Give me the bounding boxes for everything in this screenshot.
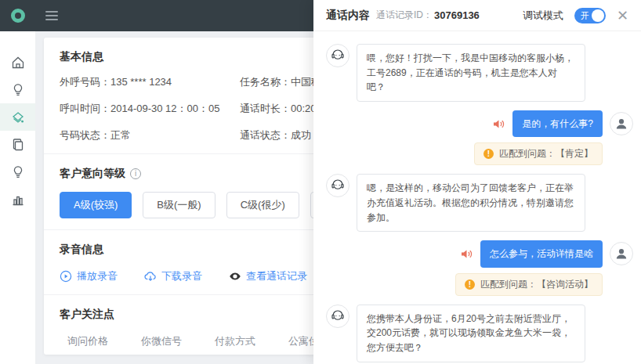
chat-message: 您携带本人身份证，6月20号之前去附近营业厅，交200元话费，就可以现场领取金龙… [326, 305, 633, 362]
menu-icon[interactable] [45, 11, 58, 20]
bot-avatar [326, 305, 349, 328]
toggle-on-text: 开 [581, 10, 589, 22]
concern-tag: 付款方式 [215, 334, 255, 348]
message-bubble: 您携带本人身份证，6月20号之前去附近营业厅，交200元话费，就可以现场领取金龙… [357, 305, 585, 362]
bar-chart-icon [11, 193, 25, 207]
outbound-call-icon [11, 110, 25, 124]
matched-question-text: 匹配到问题：【咨询活动】 [480, 278, 593, 291]
field-value: 成功 [291, 129, 311, 141]
home-icon [11, 56, 25, 70]
robot-icon [330, 308, 346, 324]
message-bubble: 嗯，是这样的，移动公司为了回馈老客户，正在举办充值返礼活动。根据您的积分情况，特… [357, 174, 585, 232]
alert-icon: ! [465, 279, 475, 290]
matched-question-badge: ! 匹配到问题：【肯定】 [474, 142, 603, 165]
concern-tag: 你微信号 [141, 334, 182, 348]
sidebar [0, 31, 36, 364]
chat-transcript: 喂，您好！打扰一下，我是中国移动的客服小杨，工号2689，正在通话的号码，机主是… [313, 31, 641, 364]
sidebar-item-records[interactable] [0, 131, 35, 158]
record-id-value: 30769136 [434, 9, 480, 21]
matched-question-text: 匹配到问题：【肯定】 [499, 147, 593, 160]
toggle-knob [592, 9, 604, 22]
copy-icon [11, 138, 25, 152]
debug-mode-label: 调试模式 [523, 9, 563, 23]
robot-icon [330, 178, 346, 193]
panel-title: 通话内容 [326, 9, 370, 23]
sidebar-item-insight[interactable] [0, 158, 35, 186]
record-id-label: 通话记录ID： [376, 9, 433, 22]
robot-icon [330, 48, 346, 63]
intent-title: 客户意向等级 [60, 167, 125, 181]
panel-header: 通话内容 通话记录ID： 30769136 调试模式 开 ✕ [313, 0, 641, 31]
matched-question-badge: ! 匹配到问题：【咨询活动】 [455, 273, 603, 296]
message-bubble: 怎么参与，活动详情是啥 [480, 240, 603, 268]
sidebar-item-outbound-call[interactable] [0, 103, 35, 131]
field-label: 外呼号码： [60, 76, 110, 88]
speaker-icon[interactable] [460, 247, 473, 261]
play-icon [60, 270, 72, 283]
field-label: 通话时长： [240, 103, 291, 114]
info-field: 呼叫时间：2014-09-30 12：00：05 [60, 102, 240, 116]
concern-tag: 询问价格 [67, 334, 108, 348]
info-icon[interactable]: i [130, 168, 141, 179]
intent-level-button[interactable]: A级(较强) [60, 192, 132, 218]
bulb-icon [11, 165, 25, 179]
message-bubble: 是的，有什么事? [512, 110, 603, 138]
field-label: 通话状态： [240, 129, 291, 141]
bot-avatar [326, 44, 349, 67]
eye-icon [229, 270, 241, 283]
alert-icon: ! [483, 149, 494, 159]
chat-message: 是的，有什么事? ! 匹配到问题：【肯定】 [326, 110, 633, 166]
field-value: 2014-09-30 12：00：05 [110, 103, 220, 114]
app-logo-icon [11, 9, 25, 23]
bot-avatar [326, 174, 349, 197]
info-field: 号码状态：正常 [60, 128, 240, 142]
person-icon [614, 246, 629, 261]
sidebar-item-knowledge[interactable] [0, 76, 35, 103]
sidebar-item-home[interactable] [0, 49, 35, 76]
view-call-records-link[interactable]: 查看通话记录 [229, 269, 307, 283]
field-value: 135 **** 1234 [110, 76, 172, 88]
user-avatar [610, 242, 633, 265]
field-label: 呼叫时间： [60, 103, 110, 114]
intent-level-button[interactable]: C级(很少) [226, 192, 299, 218]
chat-message: 嗯，是这样的，移动公司为了回馈老客户，正在举办充值返礼活动。根据您的积分情况，特… [326, 174, 633, 232]
field-label: 号码状态： [60, 129, 110, 141]
debug-mode-toggle[interactable]: 开 [574, 8, 606, 23]
cloud-download-icon [144, 270, 157, 283]
user-avatar [610, 112, 633, 135]
person-icon [614, 116, 629, 132]
sidebar-item-statistics[interactable] [0, 186, 35, 213]
app-window: 基本信息 外呼号码：135 **** 1234 任务名称：中国移动客户 呼叫时间… [0, 0, 641, 364]
field-value: 正常 [110, 129, 131, 141]
bulb-icon [11, 83, 25, 97]
field-label: 任务名称： [240, 76, 291, 88]
download-recording-link[interactable]: 下载录音 [144, 269, 202, 283]
speaker-icon[interactable] [492, 117, 505, 131]
intent-level-button[interactable]: B级(一般) [143, 192, 215, 218]
message-bubble: 喂，您好！打扰一下，我是中国移动的客服小杨，工号2689，正在通话的号码，机主是… [357, 44, 585, 102]
call-content-panel: 通话内容 通话记录ID： 30769136 调试模式 开 ✕ [313, 0, 641, 364]
play-recording-link[interactable]: 播放录音 [60, 269, 118, 283]
close-icon[interactable]: ✕ [617, 9, 628, 23]
info-field: 外呼号码：135 **** 1234 [60, 75, 240, 89]
chat-message: 怎么参与，活动详情是啥 ! 匹配到问题：【咨询活动】 [326, 240, 633, 296]
chat-message: 喂，您好！打扰一下，我是中国移动的客服小杨，工号2689，正在通话的号码，机主是… [326, 44, 633, 102]
